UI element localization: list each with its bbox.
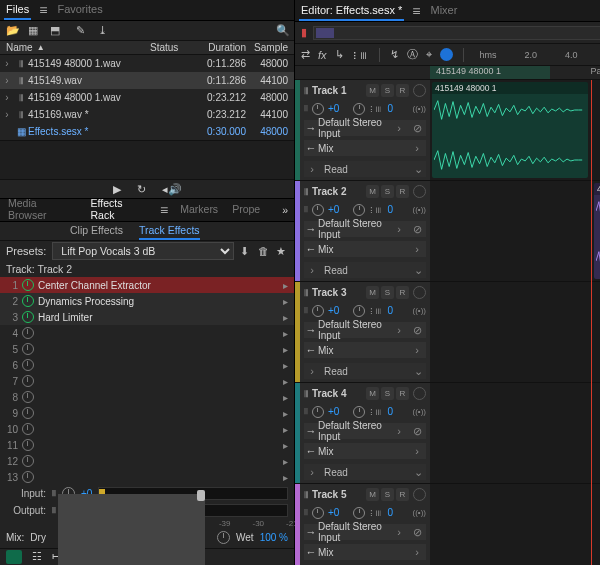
track-lane[interactable] [430, 484, 600, 565]
power-icon[interactable] [22, 471, 34, 483]
pan-value[interactable]: 0 [387, 103, 393, 114]
record-file-icon[interactable]: ⬒ [50, 24, 62, 36]
save-preset-icon[interactable]: ⬇ [240, 245, 252, 257]
track-output-selector[interactable]: ← Mix › [304, 140, 426, 156]
grip-icon[interactable]: ⫴ [304, 489, 308, 501]
volume-value[interactable]: +0 [328, 305, 339, 316]
power-icon[interactable] [22, 359, 34, 371]
arm-record-button[interactable]: R [396, 286, 409, 299]
mute-button[interactable]: M [366, 387, 379, 400]
power-icon[interactable] [22, 279, 34, 291]
power-icon[interactable] [22, 391, 34, 403]
solo-button[interactable]: S [381, 84, 394, 97]
clip-name-label[interactable]: 415149 48000 1 [430, 66, 550, 79]
favorite-icon[interactable]: ★ [276, 245, 288, 257]
audio-clip[interactable]: 415149 48000 1 [594, 183, 600, 279]
file-row[interactable]: › ⫴ 415149 48000 1.wav 0:11.286 48000 [0, 55, 294, 72]
rack-power-icon[interactable] [6, 550, 22, 564]
power-icon[interactable] [22, 295, 34, 307]
audio-clip[interactable]: 415149 48000 1 [432, 82, 588, 178]
rack-list-icon[interactable]: ☷ [32, 550, 42, 563]
track-output-selector[interactable]: ← Mix › [304, 544, 426, 560]
volume-knob[interactable] [312, 305, 324, 317]
open-file-icon[interactable]: 📂 [6, 24, 18, 36]
effect-slot[interactable]: 12 ▸ [0, 453, 294, 469]
volume-knob[interactable] [312, 204, 324, 216]
slot-menu-icon[interactable]: ▸ [280, 328, 290, 339]
eq-icon[interactable]: ⫶⫴ [352, 49, 369, 61]
monitor-button[interactable] [413, 387, 426, 400]
track-output-selector[interactable]: ← Mix › [304, 241, 426, 257]
solo-button[interactable]: S [381, 387, 394, 400]
mute-button[interactable]: M [366, 488, 379, 501]
arm-record-button[interactable]: R [396, 387, 409, 400]
effect-slot[interactable]: 8 ▸ [0, 389, 294, 405]
pan-value[interactable]: 0 [387, 507, 393, 518]
slot-menu-icon[interactable]: ▸ [280, 280, 290, 291]
tab-mixer[interactable]: Mixer [428, 1, 459, 21]
monitor-button[interactable] [413, 84, 426, 97]
presets-dropdown[interactable]: Lift Pop Vocals 3 dB [52, 242, 234, 260]
mix-wet-knob[interactable] [217, 531, 230, 544]
effect-slot[interactable]: 13 ▸ [0, 469, 294, 485]
automation-mode[interactable]: ›Read⌄ [304, 161, 426, 177]
volume-value[interactable]: +0 [328, 507, 339, 518]
track-input-selector[interactable]: → Default Stereo Input ›⊘ [304, 322, 426, 338]
monitor-input-icon[interactable]: ((•)) [413, 205, 426, 214]
slot-menu-icon[interactable]: ▸ [280, 408, 290, 419]
automation-mode[interactable]: ›Read⌄ [304, 363, 426, 379]
snap-icon[interactable]: ⌖ [426, 48, 432, 61]
col-status[interactable]: Status [150, 42, 192, 53]
monitor-input-icon[interactable]: ((•)) [413, 104, 426, 113]
automation-mode[interactable]: ›Read⌄ [304, 262, 426, 278]
search-icon[interactable]: 🔍 [276, 24, 288, 36]
track-input-selector[interactable]: → Default Stereo Input ›⊘ [304, 221, 426, 237]
pan-knob[interactable] [353, 305, 365, 317]
panel-menu-icon[interactable]: ≡ [39, 3, 47, 17]
volume-knob[interactable] [312, 103, 324, 115]
monitor-input-icon[interactable]: ((•)) [413, 407, 426, 416]
slot-menu-icon[interactable]: ▸ [280, 312, 290, 323]
track-output-selector[interactable]: ← Mix › [304, 342, 426, 358]
track-lane[interactable]: 415149 48000 1 [430, 80, 600, 180]
subtab-clip-effects[interactable]: Clip Effects [70, 222, 123, 240]
effect-slot[interactable]: 5 ▸ [0, 341, 294, 357]
expand-icon[interactable]: › [0, 92, 14, 103]
panel-menu-icon[interactable]: ≡ [412, 4, 420, 18]
slot-menu-icon[interactable]: ▸ [280, 472, 290, 483]
solo-button[interactable]: S [381, 286, 394, 299]
grip-icon[interactable]: ⫴ [304, 186, 308, 198]
monitor-button[interactable] [413, 185, 426, 198]
track-name[interactable]: Track 2 [312, 186, 362, 197]
time-ruler[interactable]: hms 2.0 4.0 6.0 [474, 50, 600, 60]
solo-button[interactable]: S [381, 185, 394, 198]
fx-icon[interactable]: fx [318, 49, 327, 61]
new-file-icon[interactable]: ▦ [28, 24, 40, 36]
ripple-icon[interactable] [440, 48, 453, 61]
track-name[interactable]: Track 3 [312, 287, 362, 298]
file-row[interactable]: ▦ Effects.sesx * 0:30.000 48000 [0, 123, 294, 140]
track-lane[interactable] [430, 383, 600, 483]
col-name[interactable]: Name ▲ [0, 42, 150, 53]
power-icon[interactable] [22, 343, 34, 355]
playhead[interactable] [591, 80, 592, 565]
mix-slider[interactable] [58, 494, 205, 565]
track-lane[interactable] [430, 282, 600, 382]
tracks-area[interactable]: ⫴ Track 1 M S R ⫴ +0 ⫶⫴ 0 ((•)) [295, 80, 600, 565]
effect-slot[interactable]: 10 ▸ [0, 421, 294, 437]
power-icon[interactable] [22, 327, 34, 339]
track-input-selector[interactable]: → Default Stereo Input ›⊘ [304, 423, 426, 439]
arm-record-button[interactable]: R [396, 84, 409, 97]
file-row[interactable]: › ⫴ 415169.wav * 0:23.212 44100 [0, 106, 294, 123]
sends-icon[interactable]: ↳ [335, 48, 344, 61]
grip-icon[interactable]: ⫴ [304, 85, 308, 97]
mute-button[interactable]: M [366, 185, 379, 198]
insert-icon[interactable]: ⤓ [98, 24, 110, 36]
effect-slot[interactable]: 9 ▸ [0, 405, 294, 421]
mute-button[interactable]: M [366, 84, 379, 97]
tab-files[interactable]: Files [4, 0, 31, 20]
effect-slot[interactable]: 6 ▸ [0, 357, 294, 373]
power-icon[interactable] [22, 407, 34, 419]
col-duration[interactable]: Duration [192, 42, 246, 53]
volume-knob[interactable] [312, 406, 324, 418]
